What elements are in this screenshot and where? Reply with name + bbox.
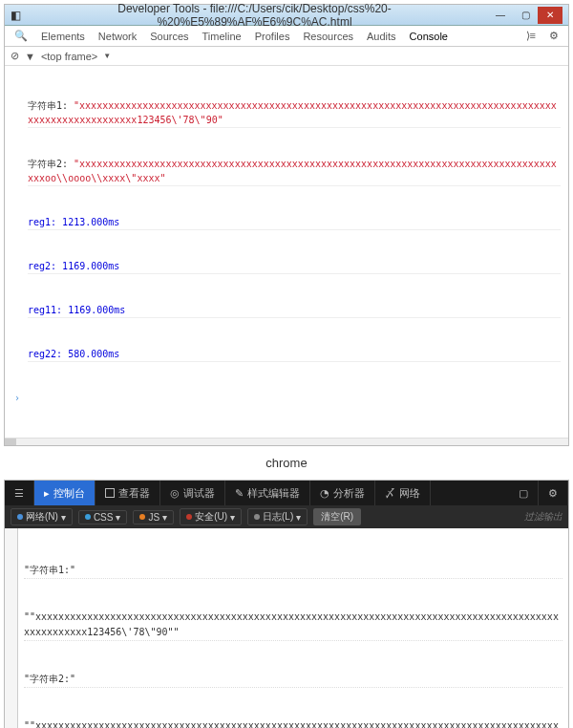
firefox-tabs: ☰ ▸ 控制台 查看器 ◎ 调试器 ✎ 样式编辑器 ◔ 分析器 〆 网络 ▢ ⚙: [5, 481, 568, 505]
ff-tab-style[interactable]: ✎ 样式编辑器: [225, 481, 310, 505]
ff-sec[interactable]: 安全(U) ▾: [180, 508, 242, 525]
tab-resources[interactable]: Resources: [297, 31, 359, 42]
chrome-panel: ◧ Developer Tools - file:///C:/Users/cik…: [4, 4, 569, 446]
log-line: reg1: 1213.000ms: [28, 215, 561, 230]
tab-network[interactable]: Network: [93, 31, 142, 42]
clear-icon[interactable]: ⊘: [11, 50, 19, 62]
chrome-console-output: 字符串1: "xxxxxxxxxxxxxxxxxxxxxxxxxxxxxxxxx…: [5, 66, 568, 438]
firefox-toolbar: 网络(N) ▾ CSS ▾ JS ▾ 安全(U) ▾ 日志(L) ▾ 清空(R)…: [5, 505, 568, 528]
chrome-tabs: 🔍 Elements Network Sources Timeline Prof…: [5, 26, 568, 47]
dropdown-icon[interactable]: ▼: [103, 52, 111, 60]
ff-tab-console[interactable]: ▸ 控制台: [34, 481, 96, 505]
log-line: ""xxxxxxxxxxxxxxxxxxxxxxxxxxxxxxxxxxxxxx…: [24, 718, 562, 728]
ff-menu-icon[interactable]: ☰: [5, 481, 34, 505]
tab-timeline[interactable]: Timeline: [197, 31, 247, 42]
chrome-title-text: Developer Tools - file:///C:/Users/cik/D…: [21, 2, 488, 29]
tab-sources[interactable]: Sources: [144, 31, 194, 42]
log-val: "xxxxxxxxxxxxxxxxxxxxxxxxxxxxxxxxxxxxxxx…: [28, 159, 557, 183]
log-line: "字符串1:": [24, 563, 562, 579]
ff-clear[interactable]: 清空(R): [313, 508, 361, 525]
ff-dock-icon[interactable]: ▢: [509, 481, 539, 505]
frame-selector[interactable]: <top frame>: [41, 51, 97, 62]
maximize-button[interactable]: ▢: [513, 7, 538, 24]
tab-elements[interactable]: Elements: [35, 31, 91, 42]
ff-tab-inspector[interactable]: 查看器: [96, 481, 160, 505]
ff-css[interactable]: CSS ▾: [78, 510, 128, 525]
log-key: 字符串2:: [28, 159, 74, 169]
close-button[interactable]: ✕: [538, 7, 562, 24]
firefox-console-output: "字符串1:" ""xxxxxxxxxxxxxxxxxxxxxxxxxxxxxx…: [18, 528, 568, 728]
chrome-window-title: ◧ Developer Tools - file:///C:/Users/cik…: [5, 5, 568, 26]
prompt-icon[interactable]: ›: [14, 391, 28, 405]
tab-profiles[interactable]: Profiles: [249, 31, 296, 42]
ff-gutter: [5, 528, 18, 728]
ff-tab-network[interactable]: 〆 网络: [375, 481, 431, 505]
chrome-subbar: ⊘ ▼ <top frame> ▼: [5, 47, 568, 66]
log-line: reg11: 1169.000ms: [28, 303, 561, 318]
ff-js[interactable]: JS ▾: [133, 510, 174, 525]
log-line: reg22: 580.000ms: [28, 347, 561, 362]
log-line: ""xxxxxxxxxxxxxxxxxxxxxxxxxxxxxxxxxxxxxx…: [24, 610, 562, 641]
ff-filter[interactable]: 过滤输出: [524, 510, 562, 524]
filter-icon[interactable]: ▼: [25, 51, 35, 62]
window-controls: — ▢ ✕: [488, 7, 562, 24]
log-line: reg2: 1169.000ms: [28, 259, 561, 274]
scrollbar[interactable]: [5, 438, 568, 445]
log-val: "xxxxxxxxxxxxxxxxxxxxxxxxxxxxxxxxxxxxxxx…: [28, 100, 557, 125]
ff-tab-profiler[interactable]: ◔ 分析器: [310, 481, 375, 505]
devtools-icon: ◧: [11, 9, 21, 22]
search-icon[interactable]: 🔍: [9, 30, 33, 42]
ff-tab-debugger[interactable]: ◎ 调试器: [160, 481, 225, 505]
settings-icon[interactable]: ⚙: [543, 30, 564, 42]
ff-options-icon[interactable]: ⚙: [539, 481, 568, 505]
minimize-button[interactable]: —: [488, 7, 513, 24]
log-line: "字符串2:": [24, 672, 562, 688]
firefox-panel: ☰ ▸ 控制台 查看器 ◎ 调试器 ✎ 样式编辑器 ◔ 分析器 〆 网络 ▢ ⚙…: [4, 480, 569, 728]
ff-log[interactable]: 日志(L) ▾: [247, 508, 308, 525]
tab-audits[interactable]: Audits: [361, 31, 402, 42]
drawer-icon[interactable]: ⟩≡: [520, 30, 541, 42]
chrome-label: chrome: [0, 450, 573, 476]
log-key: 字符串1:: [28, 100, 74, 111]
ff-net[interactable]: 网络(N) ▾: [11, 508, 73, 525]
tab-console[interactable]: Console: [404, 31, 454, 42]
